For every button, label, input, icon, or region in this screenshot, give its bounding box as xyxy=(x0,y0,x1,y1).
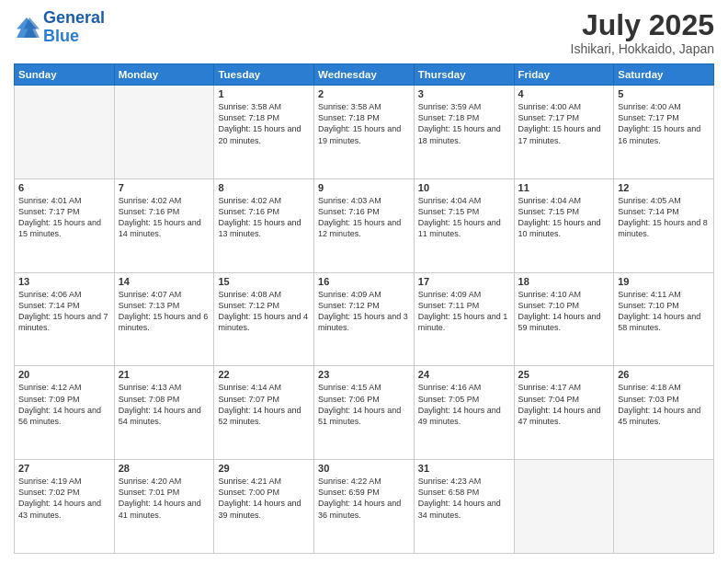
day-info: Sunrise: 4:02 AM Sunset: 7:16 PM Dayligh… xyxy=(119,195,210,240)
logo-general: General xyxy=(43,8,105,27)
calendar-cell: 4Sunrise: 4:00 AM Sunset: 7:17 PM Daylig… xyxy=(514,86,614,179)
day-info: Sunrise: 4:07 AM Sunset: 7:13 PM Dayligh… xyxy=(119,289,210,334)
day-info: Sunrise: 4:04 AM Sunset: 7:15 PM Dayligh… xyxy=(518,195,610,240)
calendar-cell: 2Sunrise: 3:58 AM Sunset: 7:18 PM Daylig… xyxy=(314,86,415,179)
day-number: 13 xyxy=(18,276,110,287)
day-number: 4 xyxy=(518,88,610,99)
calendar-cell: 25Sunrise: 4:17 AM Sunset: 7:04 PM Dayli… xyxy=(514,366,614,460)
calendar-cell xyxy=(614,460,714,554)
calendar-cell xyxy=(514,460,614,554)
calendar-cell: 26Sunrise: 4:18 AM Sunset: 7:03 PM Dayli… xyxy=(614,366,714,460)
col-monday: Monday xyxy=(114,64,214,86)
col-friday: Friday xyxy=(514,64,614,86)
day-info: Sunrise: 4:12 AM Sunset: 7:09 PM Dayligh… xyxy=(18,382,110,427)
day-info: Sunrise: 4:03 AM Sunset: 7:16 PM Dayligh… xyxy=(318,195,410,240)
calendar-cell: 29Sunrise: 4:21 AM Sunset: 7:00 PM Dayli… xyxy=(214,460,314,554)
day-info: Sunrise: 4:20 AM Sunset: 7:01 PM Dayligh… xyxy=(119,476,210,521)
logo-icon xyxy=(14,15,40,40)
day-number: 11 xyxy=(518,182,610,193)
day-number: 17 xyxy=(418,276,510,287)
col-sunday: Sunday xyxy=(15,64,115,86)
day-number: 28 xyxy=(119,463,210,474)
day-number: 23 xyxy=(318,369,410,380)
day-info: Sunrise: 4:05 AM Sunset: 7:14 PM Dayligh… xyxy=(618,195,710,240)
calendar-cell: 3Sunrise: 3:59 AM Sunset: 7:18 PM Daylig… xyxy=(414,86,514,179)
calendar-cell: 31Sunrise: 4:23 AM Sunset: 6:58 PM Dayli… xyxy=(414,460,514,554)
day-number: 5 xyxy=(618,88,710,99)
col-thursday: Thursday xyxy=(414,64,514,86)
day-info: Sunrise: 4:04 AM Sunset: 7:15 PM Dayligh… xyxy=(418,195,510,240)
calendar-cell: 9Sunrise: 4:03 AM Sunset: 7:16 PM Daylig… xyxy=(314,178,415,272)
day-info: Sunrise: 4:09 AM Sunset: 7:11 PM Dayligh… xyxy=(418,289,510,334)
day-info: Sunrise: 4:22 AM Sunset: 6:59 PM Dayligh… xyxy=(318,476,410,521)
col-saturday: Saturday xyxy=(614,64,714,86)
day-info: Sunrise: 4:10 AM Sunset: 7:10 PM Dayligh… xyxy=(518,289,610,334)
calendar-cell: 28Sunrise: 4:20 AM Sunset: 7:01 PM Dayli… xyxy=(114,460,214,554)
calendar-cell: 1Sunrise: 3:58 AM Sunset: 7:18 PM Daylig… xyxy=(214,86,314,179)
day-info: Sunrise: 4:02 AM Sunset: 7:16 PM Dayligh… xyxy=(218,195,310,240)
calendar-cell: 12Sunrise: 4:05 AM Sunset: 7:14 PM Dayli… xyxy=(614,178,714,272)
day-number: 15 xyxy=(218,276,310,287)
calendar-cell: 10Sunrise: 4:04 AM Sunset: 7:15 PM Dayli… xyxy=(414,178,514,272)
day-number: 25 xyxy=(518,369,610,380)
logo-text: General Blue xyxy=(43,9,105,46)
calendar-cell: 17Sunrise: 4:09 AM Sunset: 7:11 PM Dayli… xyxy=(414,272,514,366)
calendar-cell: 15Sunrise: 4:08 AM Sunset: 7:12 PM Dayli… xyxy=(214,272,314,366)
calendar-week-4: 20Sunrise: 4:12 AM Sunset: 7:09 PM Dayli… xyxy=(15,366,714,460)
calendar-header-row: Sunday Monday Tuesday Wednesday Thursday… xyxy=(15,64,714,86)
calendar-cell xyxy=(15,86,115,179)
day-info: Sunrise: 4:16 AM Sunset: 7:05 PM Dayligh… xyxy=(418,382,510,427)
calendar-cell: 6Sunrise: 4:01 AM Sunset: 7:17 PM Daylig… xyxy=(15,178,115,272)
calendar-week-5: 27Sunrise: 4:19 AM Sunset: 7:02 PM Dayli… xyxy=(15,460,714,554)
day-number: 1 xyxy=(218,88,310,99)
day-number: 6 xyxy=(18,182,110,193)
calendar-cell: 30Sunrise: 4:22 AM Sunset: 6:59 PM Dayli… xyxy=(314,460,415,554)
day-number: 3 xyxy=(418,88,510,99)
calendar-cell: 7Sunrise: 4:02 AM Sunset: 7:16 PM Daylig… xyxy=(114,178,214,272)
calendar-cell: 13Sunrise: 4:06 AM Sunset: 7:14 PM Dayli… xyxy=(15,272,115,366)
calendar-cell xyxy=(114,86,214,179)
calendar-week-3: 13Sunrise: 4:06 AM Sunset: 7:14 PM Dayli… xyxy=(15,272,714,366)
page: General Blue July 2025 Ishikari, Hokkaid… xyxy=(0,0,728,563)
day-number: 18 xyxy=(518,276,610,287)
calendar-cell: 20Sunrise: 4:12 AM Sunset: 7:09 PM Dayli… xyxy=(15,366,115,460)
title-block: July 2025 Ishikari, Hokkaido, Japan xyxy=(571,9,714,56)
calendar-cell: 24Sunrise: 4:16 AM Sunset: 7:05 PM Dayli… xyxy=(414,366,514,460)
day-info: Sunrise: 4:08 AM Sunset: 7:12 PM Dayligh… xyxy=(218,289,310,334)
day-info: Sunrise: 4:13 AM Sunset: 7:08 PM Dayligh… xyxy=(119,382,210,427)
calendar-cell: 8Sunrise: 4:02 AM Sunset: 7:16 PM Daylig… xyxy=(214,178,314,272)
day-number: 16 xyxy=(318,276,410,287)
day-number: 12 xyxy=(618,182,710,193)
day-number: 30 xyxy=(318,463,410,474)
day-info: Sunrise: 4:14 AM Sunset: 7:07 PM Dayligh… xyxy=(218,382,310,427)
calendar-week-2: 6Sunrise: 4:01 AM Sunset: 7:17 PM Daylig… xyxy=(15,178,714,272)
day-info: Sunrise: 3:59 AM Sunset: 7:18 PM Dayligh… xyxy=(418,101,510,146)
calendar-cell: 5Sunrise: 4:00 AM Sunset: 7:17 PM Daylig… xyxy=(614,86,714,179)
day-info: Sunrise: 4:19 AM Sunset: 7:02 PM Dayligh… xyxy=(18,476,110,521)
day-number: 19 xyxy=(618,276,710,287)
main-title: July 2025 xyxy=(571,9,714,41)
col-wednesday: Wednesday xyxy=(314,64,415,86)
day-info: Sunrise: 4:23 AM Sunset: 6:58 PM Dayligh… xyxy=(418,476,510,521)
day-info: Sunrise: 4:15 AM Sunset: 7:06 PM Dayligh… xyxy=(318,382,410,427)
day-number: 20 xyxy=(18,369,110,380)
day-number: 24 xyxy=(418,369,510,380)
header: General Blue July 2025 Ishikari, Hokkaid… xyxy=(14,9,714,56)
day-info: Sunrise: 4:11 AM Sunset: 7:10 PM Dayligh… xyxy=(618,289,710,334)
calendar-cell: 14Sunrise: 4:07 AM Sunset: 7:13 PM Dayli… xyxy=(114,272,214,366)
day-info: Sunrise: 4:00 AM Sunset: 7:17 PM Dayligh… xyxy=(618,101,710,146)
calendar-table: Sunday Monday Tuesday Wednesday Thursday… xyxy=(14,63,714,554)
sub-title: Ishikari, Hokkaido, Japan xyxy=(571,41,714,56)
day-number: 22 xyxy=(218,369,310,380)
day-number: 29 xyxy=(218,463,310,474)
calendar-week-1: 1Sunrise: 3:58 AM Sunset: 7:18 PM Daylig… xyxy=(15,86,714,179)
calendar-cell: 23Sunrise: 4:15 AM Sunset: 7:06 PM Dayli… xyxy=(314,366,415,460)
day-number: 21 xyxy=(119,369,210,380)
day-number: 31 xyxy=(418,463,510,474)
day-info: Sunrise: 4:17 AM Sunset: 7:04 PM Dayligh… xyxy=(518,382,610,427)
col-tuesday: Tuesday xyxy=(214,64,314,86)
day-info: Sunrise: 3:58 AM Sunset: 7:18 PM Dayligh… xyxy=(318,101,410,146)
calendar-cell: 19Sunrise: 4:11 AM Sunset: 7:10 PM Dayli… xyxy=(614,272,714,366)
calendar-cell: 22Sunrise: 4:14 AM Sunset: 7:07 PM Dayli… xyxy=(214,366,314,460)
day-info: Sunrise: 4:18 AM Sunset: 7:03 PM Dayligh… xyxy=(618,382,710,427)
